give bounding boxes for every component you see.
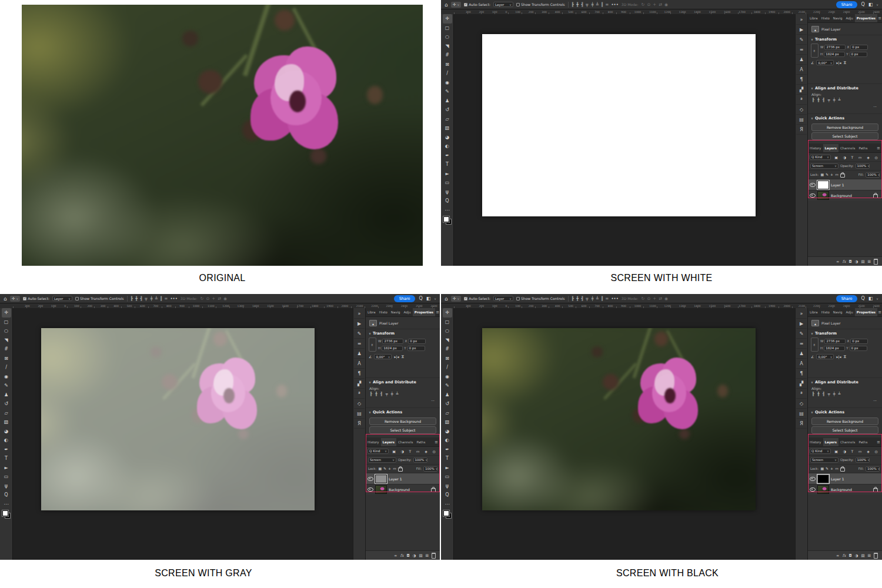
tool-presets-panel-icon[interactable]: ≡ [796,339,807,349]
marquee-tool-icon[interactable]: ▢ [443,318,452,327]
frame-tool-icon[interactable]: ⊠ [2,354,11,363]
tab-history[interactable]: History [808,144,823,152]
tab-properties[interactable]: Properties [413,308,435,316]
current-tool-button[interactable]: ✛ ∨ [451,2,462,8]
filter-lighting-icon[interactable]: ◎ [874,155,877,159]
tab-navigator[interactable]: Navig [389,308,402,316]
type-tool-icon[interactable]: T [443,160,452,169]
width-field[interactable]: 2736 px [824,45,846,50]
align-right-icon[interactable]: ╢ [823,98,825,102]
select-subject-button[interactable]: Select Subject [811,426,878,434]
swatches-panel-icon[interactable]: ▞ [354,379,365,389]
layer-visibility-icon[interactable] [368,477,373,481]
lock-all-icon[interactable] [840,467,845,472]
align-bottom-icon[interactable]: ╧ [838,98,841,102]
glyphs-panel-icon[interactable]: ª [796,389,807,399]
filter-shape-icon[interactable]: ▭ [858,449,862,453]
brush-settings-panel-icon[interactable]: ✎ [796,329,807,339]
clone-source-panel-icon[interactable]: ♟ [354,349,365,359]
distribute-v-icon[interactable]: ═ [165,296,167,301]
align-center-h-icon[interactable]: ╫ [576,2,579,7]
background-thumbnail[interactable] [817,485,829,494]
layer-mask-icon[interactable]: ◘ [407,553,410,558]
3d-panel-icon[interactable]: ◇ [354,399,365,409]
delete-layer-icon[interactable] [432,553,436,559]
blur-tool-icon[interactable]: ◕ [2,427,11,436]
search-icon[interactable]: Q [861,2,864,7]
lasso-tool-icon[interactable]: ○ [443,326,452,336]
tab-histogram[interactable]: Histo [377,308,389,316]
glyphs-panel-icon[interactable]: ª [354,389,365,399]
auto-select-checkbox[interactable]: ✓ Auto-Select: [464,2,490,6]
tab-libraries[interactable]: Libra [366,308,377,316]
new-layer-icon[interactable]: ⊞ [868,553,871,558]
auto-select-target-dropdown[interactable]: Layer ∨ [52,296,72,301]
3d-orbit-icon[interactable]: ↻ [642,296,645,301]
search-icon[interactable]: Q [419,296,422,301]
current-tool-button[interactable]: ✛ ∨ [451,296,462,302]
section-collapse-icon[interactable]: ∨ [811,332,813,335]
fill-field[interactable]: 100% ∨ [866,172,880,178]
3d-panel-icon[interactable]: ◇ [796,399,807,409]
chevron-down-icon[interactable]: ∨ [876,297,878,300]
filter-type-icon[interactable]: T [851,155,854,159]
pen-tool-icon[interactable]: ✒ [2,445,11,455]
3d-roll-icon[interactable]: ⊙ [647,2,650,7]
3d-slide-icon[interactable]: ⇄ [659,2,662,7]
tab-libraries[interactable]: Libra [808,308,820,316]
filter-kind-dropdown[interactable]: Q Kind ∨ [368,449,389,454]
more-options-icon[interactable]: ••• [170,296,177,301]
distribute-h-icon[interactable]: ║ [601,296,603,301]
rotation-field[interactable]: 0,00° ∨ [816,60,834,65]
tab-layers[interactable]: Layers [823,144,838,152]
history-brush-tool-icon[interactable]: ↺ [443,105,452,115]
y-field[interactable]: 0 px [850,346,867,351]
lock-all-icon[interactable] [840,173,845,178]
height-field[interactable]: 1824 px [382,346,403,351]
opacity-field[interactable]: 100% ∨ [413,457,427,463]
flip-horizontal-icon[interactable]: ▸|◂ [836,61,841,65]
3d-pan-icon[interactable]: + [212,296,215,301]
history-brush-tool-icon[interactable]: ↺ [443,399,452,409]
home-icon[interactable]: ⌂ [445,2,448,8]
blend-mode-dropdown[interactable]: Screen ∨ [368,457,396,463]
brush-tool-icon[interactable]: ✎ [443,381,452,390]
flip-horizontal-icon[interactable]: ▸|◂ [836,355,841,359]
type-tool-icon[interactable]: T [443,454,452,463]
paragraph-panel-icon[interactable]: ¶ [354,369,365,379]
section-collapse-icon[interactable]: ∨ [811,410,813,414]
shape-tool-icon[interactable]: ▭ [2,472,11,482]
select-subject-button[interactable]: Select Subject [811,132,878,140]
move-tool-icon[interactable]: ✛ [443,14,452,24]
filter-shape-icon[interactable]: ▭ [416,449,420,453]
search-icon[interactable]: Q [861,296,864,301]
filter-shape-icon[interactable]: ▭ [858,155,862,159]
layer-visibility-icon[interactable] [810,183,816,187]
layer-effects-icon[interactable]: fx [842,259,846,264]
tab-paths[interactable]: Paths [857,438,869,446]
lock-brush-icon[interactable]: ✎ [383,466,386,472]
lock-transparent-icon[interactable]: ▦ [820,172,824,178]
lock-artboard-icon[interactable]: ▭ [393,466,396,472]
filter-pixel-icon[interactable]: ▣ [834,449,838,453]
dodge-tool-icon[interactable]: ◐ [443,436,452,445]
clone-stamp-tool-icon[interactable]: ♟ [443,390,452,400]
toolbar-more-icon[interactable]: ⋯ [443,500,452,509]
panel-menu-icon[interactable]: ≡ [877,308,882,316]
hand-tool-icon[interactable]: ψ [443,188,452,197]
marquee-tool-icon[interactable]: ▢ [443,24,452,33]
opacity-field[interactable]: 100% ∨ [856,163,870,169]
layer-mask-icon[interactable]: ◘ [849,553,852,558]
clone-source-panel-icon[interactable]: ♟ [796,349,807,359]
3d-slide-icon[interactable]: ⇄ [659,296,662,301]
fill-field[interactable]: 100% ∨ [423,466,437,472]
align-bottom-icon[interactable]: ╧ [596,296,599,301]
more-options-icon[interactable]: ••• [611,296,618,301]
3d-panel-icon[interactable]: ◇ [796,105,807,115]
filter-pixel-icon[interactable]: ▣ [834,155,838,159]
section-collapse-icon[interactable]: ∨ [369,410,371,414]
glyphs-panel-icon[interactable]: ª [796,95,807,105]
layer-row-background[interactable]: Background [808,190,882,201]
flip-vertical-icon[interactable]: ⋈ [401,355,405,359]
align-more[interactable]: ... [808,103,882,108]
